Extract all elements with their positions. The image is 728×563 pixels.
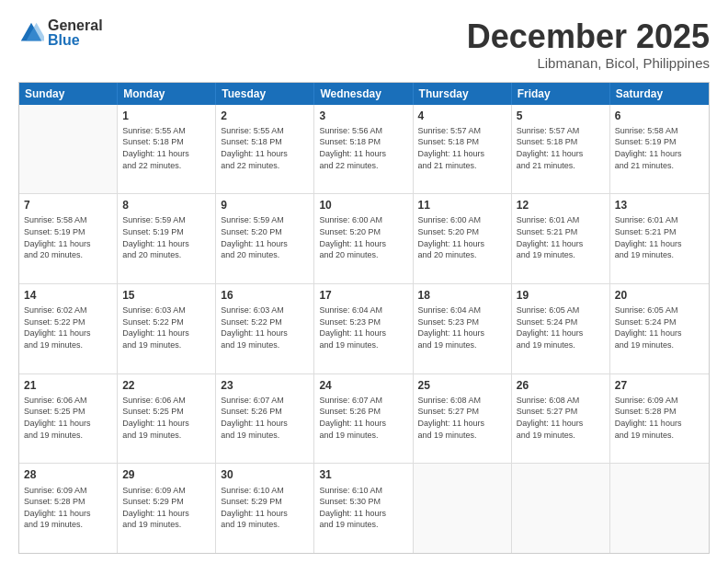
cell-info: Sunrise: 5:55 AM Sunset: 5:18 PM Dayligh… [122,125,210,171]
day-number: 21 [24,378,112,393]
calendar-cell: 6Sunrise: 5:58 AM Sunset: 5:19 PM Daylig… [610,105,709,194]
page: General Blue December 2025 Libmanan, Bic… [0,0,728,563]
weekday-header: Sunday [19,83,118,105]
cell-info: Sunrise: 6:04 AM Sunset: 5:23 PM Dayligh… [418,304,506,350]
day-number: 18 [418,288,506,303]
calendar-header: SundayMondayTuesdayWednesdayThursdayFrid… [19,83,709,105]
cell-info: Sunrise: 6:01 AM Sunset: 5:21 PM Dayligh… [615,214,704,260]
day-number: 31 [319,467,407,482]
cell-info: Sunrise: 5:55 AM Sunset: 5:18 PM Dayligh… [221,125,309,171]
calendar-cell [610,464,709,553]
day-number: 28 [24,467,112,482]
day-number: 30 [221,467,309,482]
cell-info: Sunrise: 6:09 AM Sunset: 5:28 PM Dayligh… [615,395,704,441]
calendar-cell: 8Sunrise: 5:59 AM Sunset: 5:19 PM Daylig… [118,194,216,283]
calendar-cell: 17Sunrise: 6:04 AM Sunset: 5:23 PM Dayli… [314,284,413,373]
cell-info: Sunrise: 6:05 AM Sunset: 5:24 PM Dayligh… [517,304,605,350]
day-number: 2 [221,109,309,123]
day-number: 27 [615,378,704,393]
calendar-cell: 1Sunrise: 5:55 AM Sunset: 5:18 PM Daylig… [118,105,216,194]
calendar-cell: 16Sunrise: 6:03 AM Sunset: 5:22 PM Dayli… [216,284,314,373]
day-number: 9 [221,198,309,213]
day-number: 1 [122,109,210,123]
cell-info: Sunrise: 6:08 AM Sunset: 5:27 PM Dayligh… [418,395,506,441]
calendar-cell: 11Sunrise: 6:00 AM Sunset: 5:20 PM Dayli… [414,194,512,283]
cell-info: Sunrise: 6:05 AM Sunset: 5:24 PM Dayligh… [615,304,704,350]
weekday-header: Saturday [610,83,709,105]
cell-info: Sunrise: 6:02 AM Sunset: 5:22 PM Dayligh… [24,304,112,350]
cell-info: Sunrise: 6:03 AM Sunset: 5:22 PM Dayligh… [122,304,210,350]
day-number: 4 [418,109,506,123]
cell-info: Sunrise: 5:56 AM Sunset: 5:18 PM Dayligh… [319,125,407,171]
day-number: 17 [319,288,407,303]
calendar-cell [512,464,610,553]
weekday-header: Wednesday [314,83,413,105]
calendar-row: 28Sunrise: 6:09 AM Sunset: 5:28 PM Dayli… [19,464,709,553]
calendar-cell: 29Sunrise: 6:09 AM Sunset: 5:29 PM Dayli… [118,464,216,553]
cell-info: Sunrise: 6:01 AM Sunset: 5:21 PM Dayligh… [517,214,605,260]
cell-info: Sunrise: 6:07 AM Sunset: 5:26 PM Dayligh… [319,395,407,441]
cell-info: Sunrise: 6:07 AM Sunset: 5:26 PM Dayligh… [221,395,309,441]
calendar-cell: 13Sunrise: 6:01 AM Sunset: 5:21 PM Dayli… [610,194,709,283]
logo-general: General [48,18,103,33]
cell-info: Sunrise: 6:00 AM Sunset: 5:20 PM Dayligh… [319,214,407,260]
calendar-cell: 25Sunrise: 6:08 AM Sunset: 5:27 PM Dayli… [414,374,512,464]
day-number: 3 [319,109,407,123]
calendar-cell: 10Sunrise: 6:00 AM Sunset: 5:20 PM Dayli… [314,194,413,283]
cell-info: Sunrise: 6:04 AM Sunset: 5:23 PM Dayligh… [319,304,407,350]
calendar-body: 1Sunrise: 5:55 AM Sunset: 5:18 PM Daylig… [19,105,709,553]
calendar-row: 7Sunrise: 5:58 AM Sunset: 5:19 PM Daylig… [19,194,709,284]
day-number: 29 [122,467,210,482]
calendar-cell: 7Sunrise: 5:58 AM Sunset: 5:19 PM Daylig… [19,194,118,283]
calendar-row: 21Sunrise: 6:06 AM Sunset: 5:25 PM Dayli… [19,374,709,465]
day-number: 6 [615,109,704,123]
cell-info: Sunrise: 5:58 AM Sunset: 5:19 PM Dayligh… [615,125,704,171]
cell-info: Sunrise: 6:03 AM Sunset: 5:22 PM Dayligh… [221,304,309,350]
cell-info: Sunrise: 5:59 AM Sunset: 5:20 PM Dayligh… [221,214,309,260]
calendar-cell [414,464,512,553]
calendar-cell: 31Sunrise: 6:10 AM Sunset: 5:30 PM Dayli… [314,464,413,553]
day-number: 13 [615,198,704,213]
calendar-cell: 26Sunrise: 6:08 AM Sunset: 5:27 PM Dayli… [512,374,610,464]
calendar-cell: 4Sunrise: 5:57 AM Sunset: 5:18 PM Daylig… [414,105,512,194]
day-number: 26 [517,378,605,393]
calendar-cell: 23Sunrise: 6:07 AM Sunset: 5:26 PM Dayli… [216,374,314,464]
calendar-row: 14Sunrise: 6:02 AM Sunset: 5:22 PM Dayli… [19,284,709,374]
calendar-cell: 30Sunrise: 6:10 AM Sunset: 5:29 PM Dayli… [216,464,314,553]
calendar-cell: 20Sunrise: 6:05 AM Sunset: 5:24 PM Dayli… [610,284,709,373]
cell-info: Sunrise: 6:08 AM Sunset: 5:27 PM Dayligh… [517,395,605,441]
day-number: 15 [122,288,210,303]
day-number: 11 [418,198,506,213]
day-number: 25 [418,378,506,393]
calendar-cell: 9Sunrise: 5:59 AM Sunset: 5:20 PM Daylig… [216,194,314,283]
day-number: 22 [122,378,210,393]
day-number: 23 [221,378,309,393]
calendar-cell: 24Sunrise: 6:07 AM Sunset: 5:26 PM Dayli… [314,374,413,464]
weekday-header: Thursday [414,83,512,105]
cell-info: Sunrise: 6:06 AM Sunset: 5:25 PM Dayligh… [122,395,210,441]
calendar-cell: 5Sunrise: 5:57 AM Sunset: 5:18 PM Daylig… [512,105,610,194]
calendar-cell: 2Sunrise: 5:55 AM Sunset: 5:18 PM Daylig… [216,105,314,194]
calendar-container: SundayMondayTuesdayWednesdayThursdayFrid… [18,82,710,554]
calendar-cell: 21Sunrise: 6:06 AM Sunset: 5:25 PM Dayli… [19,374,118,464]
day-number: 7 [24,198,112,213]
calendar-cell [19,105,118,194]
cell-info: Sunrise: 6:10 AM Sunset: 5:29 PM Dayligh… [221,485,309,531]
day-number: 19 [517,288,605,303]
cell-info: Sunrise: 5:59 AM Sunset: 5:19 PM Dayligh… [122,214,210,260]
calendar-cell: 12Sunrise: 6:01 AM Sunset: 5:21 PM Dayli… [512,194,610,283]
cell-info: Sunrise: 6:10 AM Sunset: 5:30 PM Dayligh… [319,485,407,531]
day-number: 5 [517,109,605,123]
month-title: December 2025 [467,18,710,55]
logo-text: General Blue [48,18,103,48]
calendar-row: 1Sunrise: 5:55 AM Sunset: 5:18 PM Daylig… [19,105,709,195]
logo-icon [18,20,44,46]
calendar-cell: 18Sunrise: 6:04 AM Sunset: 5:23 PM Dayli… [414,284,512,373]
calendar-cell: 3Sunrise: 5:56 AM Sunset: 5:18 PM Daylig… [314,105,413,194]
cell-info: Sunrise: 5:58 AM Sunset: 5:19 PM Dayligh… [24,214,112,260]
header: General Blue December 2025 Libmanan, Bic… [18,18,710,71]
cell-info: Sunrise: 6:09 AM Sunset: 5:29 PM Dayligh… [122,485,210,531]
calendar-cell: 28Sunrise: 6:09 AM Sunset: 5:28 PM Dayli… [19,464,118,553]
day-number: 16 [221,288,309,303]
calendar-cell: 22Sunrise: 6:06 AM Sunset: 5:25 PM Dayli… [118,374,216,464]
